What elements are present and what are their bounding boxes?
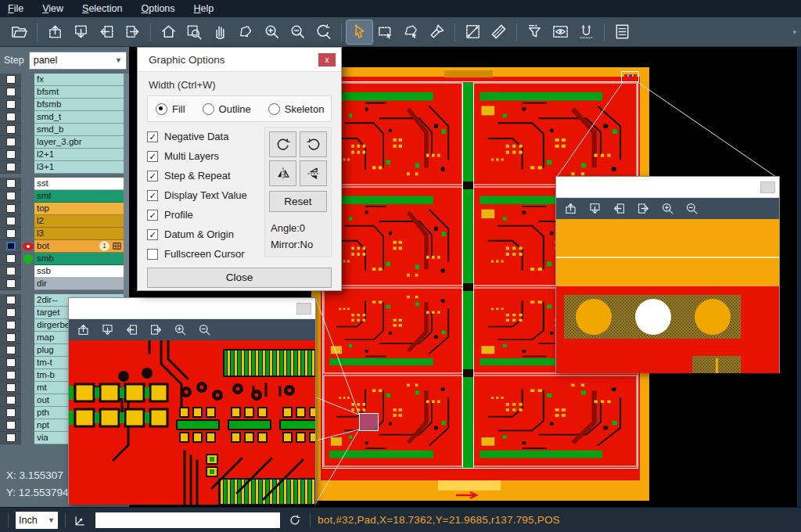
pan-up-button[interactable]: [42, 20, 68, 44]
filter-button[interactable]: [522, 20, 548, 44]
pan-left-icon[interactable]: [612, 201, 627, 216]
layer-row-smd_b[interactable]: smd_b: [0, 124, 124, 136]
corner-angle-icon[interactable]: [73, 512, 88, 528]
layer-visibility-checkbox[interactable]: [6, 242, 16, 250]
zoom-in-icon[interactable]: [660, 201, 675, 216]
menu-help[interactable]: Help: [194, 3, 214, 14]
view-mask-button[interactable]: [548, 20, 573, 44]
radio-fill[interactable]: Fill: [156, 103, 185, 115]
brush-button[interactable]: [424, 20, 450, 44]
layer-visibility-checkbox[interactable]: [6, 396, 16, 404]
layer-row-layer_3[interactable]: layer_3.gbr: [0, 136, 124, 149]
layer-visibility-checkbox[interactable]: [6, 138, 16, 146]
layer-visibility-checkbox[interactable]: [6, 75, 16, 84]
measure-ruler-button[interactable]: [486, 20, 512, 44]
layer-row-bfsmb[interactable]: bfsmb: [0, 99, 124, 111]
zoom-popup-left[interactable]: [68, 297, 316, 505]
layer-row-l3plus1[interactable]: l3+1: [0, 161, 124, 174]
checkbox-step-repeat[interactable]: Step & Repeat: [147, 166, 264, 185]
zoom-popup-right[interactable]: [555, 176, 780, 373]
step-select[interactable]: panel ▼: [29, 52, 127, 70]
layer-visibility-checkbox[interactable]: [6, 296, 16, 304]
rotate-cw-button[interactable]: [269, 131, 296, 157]
layer-row-smt[interactable]: smt: [0, 190, 124, 203]
mirror-horizontal-button[interactable]: [300, 160, 327, 186]
zoom-in-icon[interactable]: [173, 322, 188, 337]
layer-visibility-checkbox[interactable]: [6, 217, 16, 225]
snap-magnet-button[interactable]: [573, 20, 599, 44]
pan-down-icon[interactable]: [100, 322, 115, 337]
checkbox-multi-layers[interactable]: Multi Layers: [147, 146, 264, 166]
popup-window-button[interactable]: [760, 182, 775, 193]
layer-visibility-checkbox[interactable]: [6, 321, 16, 329]
unit-select[interactable]: Inch ▼: [16, 512, 58, 529]
menu-view[interactable]: View: [42, 3, 63, 14]
popup-title-bar[interactable]: [69, 298, 315, 319]
checkbox-negative-data[interactable]: Negative Data: [147, 127, 264, 146]
pan-right-icon[interactable]: [636, 201, 651, 216]
grid-icon[interactable]: [112, 241, 122, 251]
layer-visibility-checkbox[interactable]: [6, 229, 16, 238]
layer-row-l3[interactable]: l3: [0, 228, 124, 240]
layer-visibility-checkbox[interactable]: [6, 125, 16, 134]
checkbox-datum-origin[interactable]: Datum & Origin: [147, 225, 264, 244]
layer-row-top[interactable]: top: [0, 203, 124, 215]
measure-diagonal-button[interactable]: [460, 20, 486, 44]
canvas-scrollbar[interactable]: [797, 47, 801, 507]
zoom-out-icon[interactable]: [197, 322, 212, 337]
zoom-previous-button[interactable]: [311, 20, 336, 44]
radio-outline[interactable]: Outline: [203, 103, 251, 115]
layer-row-l2[interactable]: l2: [0, 215, 124, 228]
layer-visibility-checkbox[interactable]: [6, 100, 16, 109]
layer-visibility-checkbox[interactable]: [6, 346, 16, 354]
pan-right-icon[interactable]: [149, 322, 163, 337]
layer-visibility-checkbox[interactable]: [6, 267, 16, 275]
layer-row-bot-active[interactable]: bot 1: [0, 240, 124, 253]
layer-visibility-checkbox[interactable]: [6, 179, 16, 188]
layer-row-smd_t[interactable]: smd_t: [0, 111, 124, 124]
close-button[interactable]: Close: [147, 268, 332, 288]
layer-row-l2plus1[interactable]: l2+1: [0, 149, 124, 161]
checkbox-fullscreen-cursor[interactable]: Fullscreen Cursor: [147, 244, 264, 264]
layer-visibility-checkbox[interactable]: [6, 433, 16, 442]
close-icon[interactable]: x: [318, 53, 336, 66]
menu-file[interactable]: File: [8, 3, 23, 14]
radio-skeleton[interactable]: Skeleton: [268, 103, 325, 115]
layer-row-sst[interactable]: sst: [0, 178, 124, 190]
pan-hand-button[interactable]: [207, 20, 233, 44]
popup-title-bar[interactable]: [556, 177, 779, 198]
report-button[interactable]: [609, 20, 635, 44]
layer-visibility-checkbox[interactable]: [6, 192, 16, 200]
zoom-out-icon[interactable]: [684, 201, 699, 216]
select-polygon-button[interactable]: [398, 20, 424, 44]
checkbox-display-text-value[interactable]: Display Text Value: [147, 185, 264, 205]
reset-button[interactable]: Reset: [269, 191, 327, 212]
layer-row-dir[interactable]: dir: [0, 278, 124, 290]
zoom-out-button[interactable]: [285, 20, 311, 44]
layer-row-smb[interactable]: smb: [0, 253, 124, 265]
layer-visibility-checkbox[interactable]: [6, 308, 16, 317]
select-rect-button[interactable]: [372, 20, 398, 44]
popup-window-button[interactable]: [296, 303, 311, 315]
layer-visibility-checkbox[interactable]: [6, 371, 16, 379]
layer-row-fx[interactable]: fx: [0, 74, 124, 86]
layer-visibility-checkbox[interactable]: [6, 421, 16, 430]
layer-visibility-checkbox[interactable]: [6, 358, 16, 367]
zoom-window-button[interactable]: [181, 20, 207, 44]
menu-options[interactable]: Options: [141, 3, 174, 14]
zoom-in-button[interactable]: [259, 20, 285, 44]
layer-visibility-checkbox[interactable]: [6, 113, 16, 121]
pan-left-button[interactable]: [94, 20, 120, 44]
pan-up-icon[interactable]: [76, 322, 91, 337]
layer-visibility-checkbox[interactable]: [6, 163, 16, 171]
layer-row-ssb[interactable]: ssb: [0, 265, 124, 278]
mirror-vertical-button[interactable]: [269, 160, 296, 186]
pan-right-button[interactable]: [120, 20, 145, 44]
pan-left-icon[interactable]: [124, 322, 139, 337]
layer-visibility-checkbox[interactable]: [6, 383, 16, 392]
layer-visibility-checkbox[interactable]: [6, 150, 16, 159]
layer-visibility-checkbox[interactable]: [6, 279, 16, 288]
command-input[interactable]: [95, 512, 280, 528]
layer-visibility-checkbox[interactable]: [6, 333, 16, 342]
move-vertex-button[interactable]: [233, 20, 259, 44]
